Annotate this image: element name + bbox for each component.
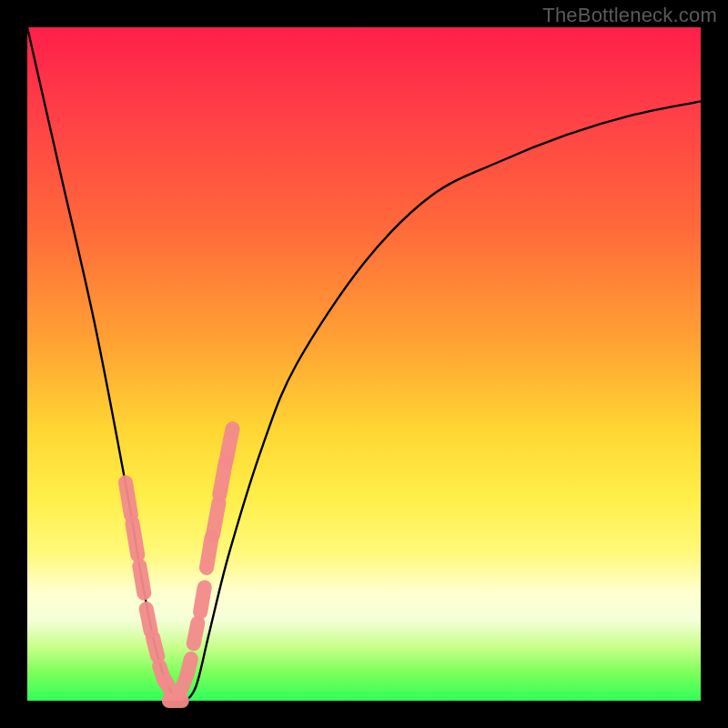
marker-segment	[179, 681, 185, 694]
marker-segment	[226, 429, 232, 460]
chart-frame: TheBottleneck.com	[0, 0, 728, 728]
plot-area	[27, 27, 701, 701]
marker-segment	[126, 482, 131, 515]
marker-segment	[213, 502, 218, 534]
marker-segment	[153, 638, 157, 657]
marker-segment	[139, 566, 144, 593]
curve-line	[27, 27, 701, 701]
marker-cluster	[126, 429, 232, 701]
bottleneck-curve	[27, 27, 701, 701]
marker-segment	[200, 587, 205, 612]
marker-segment	[132, 523, 137, 555]
watermark-text: TheBottleneck.com	[542, 4, 717, 27]
chart-svg	[27, 27, 701, 701]
marker-segment	[187, 659, 190, 675]
marker-segment	[166, 681, 172, 693]
marker-segment	[147, 609, 151, 631]
marker-segment	[194, 623, 198, 644]
